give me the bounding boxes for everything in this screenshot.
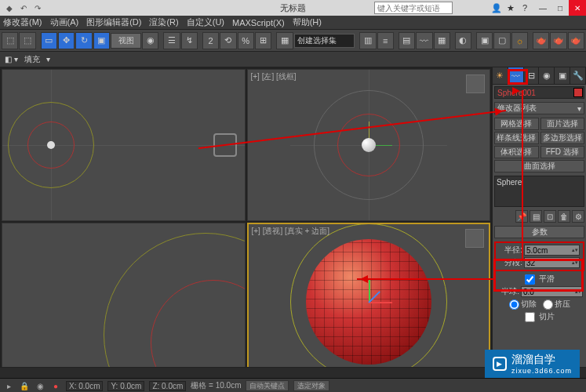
smooth-checkbox[interactable]: [525, 274, 535, 285]
maximize-button[interactable]: □: [551, 0, 569, 16]
selected-button[interactable]: 选定对象: [293, 380, 329, 391]
move-icon[interactable]: ✥: [58, 32, 75, 49]
vol-select-button[interactable]: 体积选择: [494, 146, 539, 158]
select-manipulate-icon[interactable]: ☰: [163, 32, 180, 49]
hemisphere-spinner[interactable]: 0.0: [521, 286, 583, 297]
create-tab-icon[interactable]: ☀: [493, 67, 508, 84]
smooth-label: 平滑: [539, 274, 555, 285]
help-search-input[interactable]: [374, 2, 453, 14]
titlebar-help-icons: 👤 ★ ?: [490, 2, 531, 14]
modify-tab-icon[interactable]: 〰: [508, 67, 524, 84]
poly-select-button[interactable]: 多边形选择: [541, 132, 585, 144]
menu-rendering[interactable]: 渲染(R): [149, 16, 178, 28]
ffd-select-button[interactable]: FFD 选择: [541, 146, 585, 158]
material-editor-icon[interactable]: ◐: [455, 32, 471, 49]
signin-icon[interactable]: 👤: [490, 2, 503, 14]
surf-select-button[interactable]: 曲面选择: [494, 160, 584, 172]
display-tab-icon[interactable]: ▣: [555, 67, 570, 84]
center-icon[interactable]: ◉: [142, 32, 158, 49]
isolate-icon[interactable]: ◉: [35, 380, 45, 391]
sphere-object[interactable]: [306, 239, 431, 365]
ref-coord-dropdown[interactable]: 视图: [111, 33, 141, 49]
snap-dropdown[interactable]: ◧ ▾: [5, 55, 18, 64]
scale-icon[interactable]: ▣: [93, 32, 110, 49]
viewport-front[interactable]: [2, 223, 246, 375]
help-icon[interactable]: ?: [519, 2, 531, 14]
remove-modifier-icon[interactable]: 🗑: [558, 210, 570, 223]
auto-key-button[interactable]: 自动关键点: [246, 380, 289, 391]
mirror-icon[interactable]: ▥: [359, 32, 376, 49]
select-object-icon[interactable]: ▭: [41, 32, 57, 49]
viewport-left[interactable]: [+] [左] [线框]: [247, 69, 491, 221]
make-unique-icon[interactable]: ⊡: [544, 210, 556, 223]
minimize-button[interactable]: —: [534, 0, 551, 16]
snap-percent-icon[interactable]: %: [238, 32, 254, 49]
render-icon[interactable]: ☼: [511, 32, 528, 49]
segments-spinner[interactable]: 32: [524, 257, 580, 268]
favorite-icon[interactable]: ★: [504, 2, 517, 14]
spline-select-button[interactable]: 样条线选择: [494, 132, 539, 144]
modifier-stack[interactable]: Sphere: [494, 176, 584, 207]
undo-icon[interactable]: ↶: [17, 2, 30, 14]
keyboard-shortcut-icon[interactable]: ↯: [181, 32, 198, 49]
layer-icon[interactable]: ▤: [399, 32, 415, 49]
coord-z[interactable]: Z: 0.0cm: [149, 381, 186, 391]
snap-spinner-icon[interactable]: ⊞: [255, 32, 271, 49]
modifier-list-dropdown[interactable]: 修改器列表▾: [494, 102, 584, 114]
selection-set-dropdown[interactable]: 创建选择集: [294, 34, 355, 48]
face-select-button[interactable]: 面片选择: [541, 118, 585, 130]
stack-item-sphere[interactable]: Sphere: [497, 178, 582, 187]
hierarchy-tab-icon[interactable]: ⊟: [524, 67, 540, 84]
app-icon: ◆: [3, 2, 16, 14]
menu-graph-editors[interactable]: 图形编辑器(D): [86, 16, 141, 28]
viewport-perspective[interactable]: [+] [透视] [真实 + 边面]: [247, 223, 491, 375]
schematic-icon[interactable]: ▦: [434, 32, 450, 49]
slice-checkbox[interactable]: [525, 312, 535, 322]
coord-x[interactable]: X: 0.0cm: [66, 381, 103, 391]
snap-angle-icon[interactable]: ⟲: [220, 32, 236, 49]
chop-radio[interactable]: 切除: [509, 299, 537, 310]
viewport-top[interactable]: [2, 69, 246, 221]
key-icon[interactable]: ●: [50, 380, 61, 391]
render-frame-icon[interactable]: ▢: [493, 32, 510, 49]
show-end-result-icon[interactable]: ▤: [530, 210, 542, 223]
mesh-select-button[interactable]: 网格选择: [494, 118, 539, 130]
redo-icon[interactable]: ↷: [31, 2, 44, 14]
close-button[interactable]: ✕: [569, 0, 586, 16]
teapot2-icon[interactable]: 🫖: [550, 32, 566, 49]
named-sel-icon[interactable]: ▦: [276, 32, 293, 49]
squash-radio[interactable]: 挤压: [543, 299, 570, 310]
utilities-tab-icon[interactable]: 🔧: [570, 67, 586, 84]
menu-customize[interactable]: 自定义(U): [187, 16, 224, 28]
slice-label: 切片: [539, 311, 555, 322]
pin-stack-icon[interactable]: 📌: [515, 210, 528, 223]
curve-editor-icon[interactable]: 〰: [416, 32, 432, 49]
view-cube-icon[interactable]: [465, 229, 484, 248]
view-cube-icon[interactable]: [466, 74, 485, 93]
configure-sets-icon[interactable]: ⚙: [572, 210, 584, 223]
play-icon: ▶: [493, 357, 507, 371]
menu-modifiers[interactable]: 修改器(M): [3, 16, 42, 28]
viewport-grid: [+] [左] [线框] [+] [透视] [真实 + 边面]: [0, 67, 492, 376]
unlink-icon[interactable]: ⬚: [19, 32, 35, 49]
menu-animation[interactable]: 动画(A): [50, 16, 79, 28]
main-toolbar: ⬚ ⬚ ▭ ✥ ↻ ▣ 视图 ◉ ☰ ↯ 2 ⟲ % ⊞ ▦ 创建选择集 ▥ ≡…: [0, 30, 586, 52]
parameters-rollout[interactable]: 参数: [494, 226, 584, 238]
select-link-icon[interactable]: ⬚: [2, 32, 18, 49]
teapot1-icon[interactable]: 🫖: [533, 32, 549, 49]
lock-selection-icon[interactable]: 🔒: [19, 380, 30, 391]
object-color-swatch[interactable]: [573, 88, 583, 97]
coord-y[interactable]: Y: 0.0cm: [107, 381, 144, 391]
teapot3-icon[interactable]: 🫖: [568, 32, 584, 49]
render-setup-icon[interactable]: ▣: [476, 32, 493, 49]
maxscript-icon[interactable]: ▸: [3, 380, 14, 391]
motion-tab-icon[interactable]: ◉: [539, 67, 555, 84]
object-name-input[interactable]: [494, 86, 584, 99]
rotate-icon[interactable]: ↻: [75, 32, 92, 49]
align-icon[interactable]: ≡: [377, 32, 394, 49]
menu-maxscript[interactable]: MAXScript(X): [232, 18, 285, 27]
snap-2d-icon[interactable]: 2: [202, 32, 219, 49]
menu-help[interactable]: 帮助(H): [293, 16, 322, 28]
fill-dropdown[interactable]: ▾: [46, 55, 50, 64]
radius-spinner[interactable]: 5.0cm: [524, 245, 580, 256]
